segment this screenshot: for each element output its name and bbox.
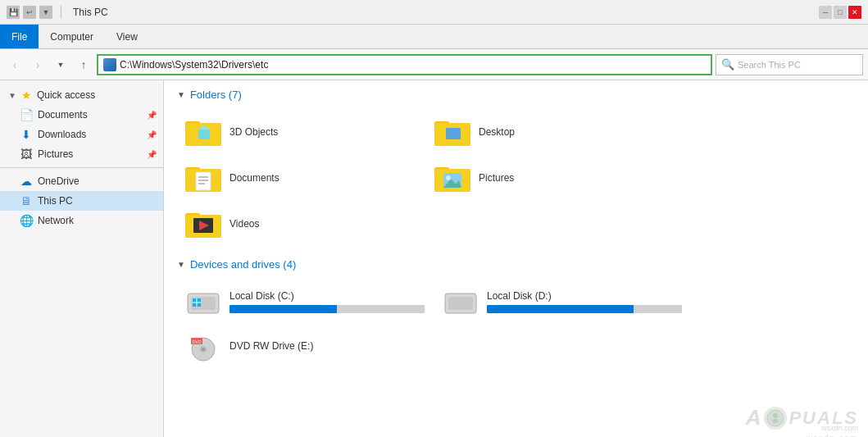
drive-d-name: Local Disk (D:) <box>487 290 682 302</box>
folder-documents-label: Documents <box>229 172 279 184</box>
tab-file[interactable]: File <box>0 25 39 48</box>
drive-c-name: Local Disk (C:) <box>229 290 425 302</box>
svg-rect-35 <box>448 297 473 310</box>
customize-icon[interactable]: ▼ <box>39 6 52 19</box>
address-input-wrapper[interactable]: C:\Windows\System32\Drivers\etc <box>97 54 712 75</box>
svg-point-39 <box>202 348 205 351</box>
sidebar-item-onedrive-label: OneDrive <box>38 175 80 187</box>
back-button[interactable]: ‹ <box>5 55 25 75</box>
title-divider <box>61 6 61 19</box>
search-placeholder: Search This PC <box>738 60 801 70</box>
pictures-sidebar-icon: 🖼 <box>20 148 33 161</box>
sidebar-item-documents[interactable]: 📄 Documents 📌 <box>0 105 163 125</box>
folders-chevron-icon: ▼ <box>177 90 185 99</box>
folder-documents-icon <box>184 162 223 194</box>
sidebar-item-thispc-label: This PC <box>38 195 73 207</box>
quick-access-icon: ★ <box>21 89 32 102</box>
sidebar-item-pictures[interactable]: 🖼 Pictures 📌 <box>0 144 163 164</box>
close-button[interactable]: ✕ <box>848 6 861 19</box>
save-icon[interactable]: 💾 <box>7 6 20 19</box>
folder-pictures-icon <box>433 162 472 194</box>
folder-item-documents[interactable]: Documents <box>177 157 423 199</box>
devices-chevron-icon: ▼ <box>177 260 185 269</box>
thispc-icon: 🖥 <box>20 194 33 207</box>
network-icon: 🌐 <box>20 214 33 227</box>
sidebar-item-documents-label: Documents <box>38 109 88 121</box>
main-layout: ▼ ★ Quick access 📄 Documents 📌 ⬇ Downloa… <box>0 80 868 437</box>
sidebar-item-onedrive[interactable]: ☁ OneDrive <box>0 171 163 191</box>
devices-section-title: Devices and drives (4) <box>190 258 296 271</box>
svg-point-43 <box>773 413 778 418</box>
content-area: ▼ Folders (7) 3D Objects <box>164 80 868 437</box>
folder-3d-icon <box>184 116 223 148</box>
window-title: This PC <box>73 7 108 18</box>
folder-item-desktop[interactable]: Desktop <box>426 111 672 153</box>
folder-item-videos[interactable]: Videos <box>177 203 423 245</box>
watermark-url: wsxdn.com <box>821 424 858 432</box>
drive-c-info: Local Disk (C:) <box>229 290 425 313</box>
svg-rect-12 <box>196 172 211 190</box>
sidebar-item-network[interactable]: 🌐 Network <box>0 211 163 230</box>
dropdown-button[interactable]: ▼ <box>51 55 70 75</box>
drive-c-icon <box>184 285 223 318</box>
minimize-button[interactable]: ─ <box>819 6 832 19</box>
svg-rect-44 <box>773 419 778 423</box>
drive-d-bar-bg <box>487 305 682 313</box>
pin-downloads: 📌 <box>147 130 157 139</box>
devices-section-header: ▼ Devices and drives (4) <box>177 258 855 271</box>
folder-item-pictures[interactable]: Pictures <box>426 157 672 199</box>
title-bar: 💾 ↩ ▼ This PC ─ □ ✕ <box>0 0 868 25</box>
folder-desktop-icon <box>433 116 472 148</box>
drive-item-c[interactable]: Local Disk (C:) <box>177 280 431 323</box>
undo-icon[interactable]: ↩ <box>23 6 36 19</box>
svg-text:DVD: DVD <box>193 339 202 344</box>
sidebar-item-network-label: Network <box>38 215 74 226</box>
sidebar-item-thispc[interactable]: 🖥 This PC <box>0 191 163 211</box>
folder-pictures-label: Pictures <box>479 172 514 184</box>
documents-icon: 📄 <box>20 108 33 121</box>
onedrive-icon: ☁ <box>20 175 33 188</box>
drive-c-bar-bg <box>229 305 425 313</box>
search-box[interactable]: 🔍 Search This PC <box>716 54 863 75</box>
watermark-site: wsxdn.com <box>807 434 858 437</box>
watermark-a: A <box>746 405 763 430</box>
tab-view[interactable]: View <box>105 25 149 48</box>
svg-point-21 <box>446 175 451 180</box>
title-bar-icons: 💾 ↩ ▼ <box>7 6 52 19</box>
forward-button[interactable]: › <box>28 55 48 75</box>
folder-videos-icon <box>184 207 223 240</box>
sidebar-item-pictures-label: Pictures <box>38 148 73 160</box>
drive-d-bar-fill <box>487 305 634 313</box>
address-text: C:\Windows\System32\Drivers\etc <box>120 59 706 71</box>
svg-point-42 <box>767 410 784 426</box>
up-button[interactable]: ↑ <box>74 55 93 75</box>
folder-videos-label: Videos <box>229 218 259 230</box>
drive-item-d[interactable]: Local Disk (D:) <box>434 280 688 323</box>
drive-e-icon: DVD <box>184 331 223 364</box>
downloads-icon: ⬇ <box>20 128 33 141</box>
drive-e-name: DVD RW Drive (E:) <box>229 340 425 352</box>
sidebar: ▼ ★ Quick access 📄 Documents 📌 ⬇ Downloa… <box>0 80 164 437</box>
drive-d-info: Local Disk (D:) <box>487 290 682 313</box>
drive-e-info: DVD RW Drive (E:) <box>229 340 425 355</box>
drive-d-icon <box>441 285 480 318</box>
watermark-logo <box>764 407 787 430</box>
drive-c-bar-fill <box>229 305 337 313</box>
maximize-button[interactable]: □ <box>834 6 847 19</box>
address-folder-icon <box>103 58 116 71</box>
drive-item-e[interactable]: DVD DVD RW Drive (E:) <box>177 326 431 369</box>
sidebar-item-downloads[interactable]: ⬇ Downloads 📌 <box>0 125 163 144</box>
pin-pictures: 📌 <box>147 150 157 159</box>
address-bar-row: ‹ › ▼ ↑ C:\Windows\System32\Drivers\etc … <box>0 49 868 80</box>
sidebar-section-quick-access[interactable]: ▼ ★ Quick access <box>0 85 163 105</box>
tab-computer[interactable]: Computer <box>39 25 105 48</box>
folders-grid: 3D Objects Desktop <box>177 111 855 245</box>
search-icon: 🔍 <box>721 58 734 71</box>
ribbon: File Computer View <box>0 25 868 49</box>
folder-item-3d-objects[interactable]: 3D Objects <box>177 111 423 153</box>
svg-rect-8 <box>446 128 461 139</box>
pin-documents: 📌 <box>147 111 157 120</box>
folders-section-title: Folders (7) <box>190 89 242 101</box>
chevron-quick-access: ▼ <box>8 91 16 100</box>
folder-3d-objects-label: 3D Objects <box>229 126 278 138</box>
